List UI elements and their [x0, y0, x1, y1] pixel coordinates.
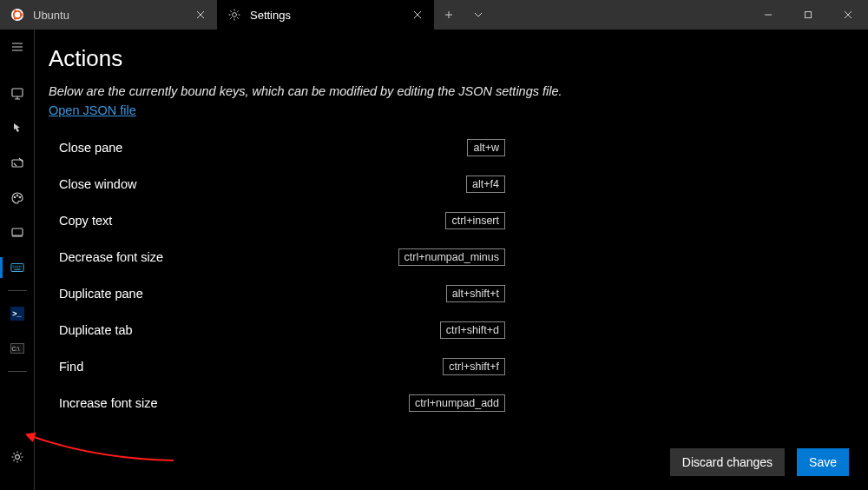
- new-tab-area: [434, 0, 493, 30]
- actions-list: Close panealt+wClose windowalt+f4Copy te…: [49, 129, 847, 421]
- action-label: Decrease font size: [59, 250, 163, 264]
- svg-point-4: [14, 17, 16, 20]
- tab-ubuntu-close[interactable]: [193, 7, 208, 23]
- discard-button[interactable]: Discard changes: [670, 448, 785, 476]
- page-description: Below are the currently bound keys, whic…: [49, 84, 847, 98]
- tab-settings[interactable]: Settings: [217, 0, 434, 30]
- sidebar-separator-2: [8, 371, 27, 372]
- sidebar-settings[interactable]: [0, 440, 35, 474]
- action-row[interactable]: Findctrl+shift+f: [49, 348, 509, 385]
- sidebar-separator: [8, 290, 27, 291]
- svg-rect-7: [12, 89, 23, 96]
- action-keybinding: ctrl+numpad_minus: [398, 248, 505, 266]
- window-close[interactable]: [828, 0, 868, 30]
- action-row[interactable]: Copy textctrl+insert: [49, 202, 509, 239]
- sidebar: >_ C:\: [0, 30, 35, 490]
- action-label: Duplicate pane: [59, 287, 143, 301]
- titlebar: Ubuntu Settings: [0, 0, 868, 30]
- sidebar-item-interaction[interactable]: [0, 111, 35, 146]
- svg-point-5: [233, 13, 237, 17]
- shell-dropdown-button[interactable]: [464, 0, 493, 30]
- action-label: Find: [59, 360, 83, 374]
- action-keybinding: ctrl+shift+f: [443, 358, 505, 375]
- tab-settings-close[interactable]: [410, 7, 425, 23]
- new-tab-button[interactable]: [434, 0, 464, 30]
- action-keybinding: ctrl+numpad_add: [409, 394, 505, 412]
- powershell-icon: >_: [10, 307, 24, 321]
- action-row[interactable]: Duplicate panealt+shift+t: [49, 275, 509, 312]
- sidebar-profile-powershell[interactable]: >_: [0, 296, 35, 331]
- save-button[interactable]: Save: [797, 448, 849, 476]
- action-row[interactable]: Increase font sizectrl+numpad_add: [49, 385, 509, 421]
- action-row[interactable]: Close panealt+w: [49, 129, 509, 166]
- sidebar-profile-cmd[interactable]: C:\: [0, 331, 35, 366]
- svg-point-3: [14, 10, 16, 12]
- action-label: Close window: [59, 177, 136, 191]
- svg-point-11: [19, 196, 21, 198]
- action-row[interactable]: Decrease font sizectrl+numpad_minus: [49, 239, 509, 275]
- action-label: Copy text: [59, 214, 112, 228]
- sidebar-item-color-schemes[interactable]: [0, 181, 35, 215]
- svg-point-2: [21, 14, 23, 17]
- content-scroll[interactable]: Actions Below are the currently bound ke…: [35, 30, 868, 434]
- svg-rect-12: [12, 228, 23, 235]
- titlebar-drag-region[interactable]: [493, 0, 748, 30]
- action-keybinding: ctrl+shift+d: [440, 321, 505, 339]
- svg-point-10: [16, 195, 18, 196]
- window-controls: [748, 0, 868, 30]
- page-title: Actions: [49, 45, 847, 72]
- window-minimize[interactable]: [748, 0, 788, 30]
- sidebar-item-startup[interactable]: [0, 76, 35, 111]
- sidebar-item-rendering[interactable]: [0, 215, 35, 250]
- cmd-icon: C:\: [10, 343, 24, 354]
- svg-point-9: [14, 196, 16, 198]
- window-maximize[interactable]: [788, 0, 828, 30]
- sidebar-item-appearance[interactable]: [0, 146, 35, 181]
- action-label: Duplicate tab: [59, 323, 133, 337]
- svg-point-14: [15, 455, 19, 460]
- ubuntu-icon: [10, 8, 24, 22]
- tab-settings-title: Settings: [250, 9, 401, 22]
- action-keybinding: ctrl+insert: [445, 212, 505, 229]
- action-label: Close pane: [59, 141, 122, 155]
- tab-ubuntu[interactable]: Ubuntu: [0, 0, 217, 30]
- open-json-link[interactable]: Open JSON file: [49, 103, 136, 117]
- action-keybinding: alt+shift+t: [446, 285, 505, 302]
- footer-bar: Discard changes Save: [35, 434, 868, 490]
- gear-icon: [227, 8, 241, 22]
- action-row[interactable]: Duplicate tabctrl+shift+d: [49, 312, 509, 348]
- content-pane: Actions Below are the currently bound ke…: [35, 30, 868, 490]
- action-keybinding: alt+w: [467, 139, 505, 156]
- action-label: Increase font size: [59, 396, 158, 410]
- svg-rect-6: [806, 12, 812, 18]
- action-row[interactable]: Close windowalt+f4: [49, 166, 509, 202]
- tab-ubuntu-title: Ubuntu: [33, 9, 184, 22]
- action-keybinding: alt+f4: [466, 175, 505, 193]
- menu-button[interactable]: [0, 30, 35, 64]
- sidebar-item-actions[interactable]: [0, 250, 35, 285]
- svg-rect-8: [12, 160, 23, 167]
